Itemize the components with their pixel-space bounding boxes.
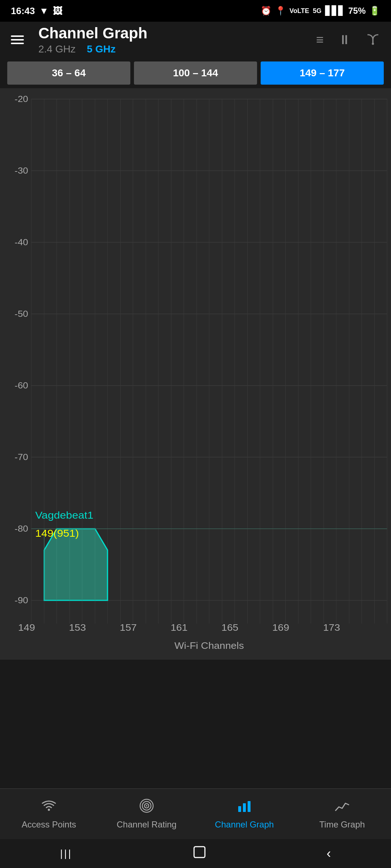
- line-chart-nav-icon: [335, 798, 350, 817]
- svg-text:-60: -60: [14, 380, 28, 390]
- svg-text:-40: -40: [14, 237, 28, 247]
- wifi-signal-shape: [44, 529, 108, 600]
- volte-icon: VoLTE: [290, 7, 309, 15]
- svg-text:-80: -80: [14, 524, 28, 533]
- target-nav-icon: [139, 798, 154, 817]
- bottom-nav: Access Points Channel Rating Channel Gra…: [0, 788, 391, 839]
- svg-text:161: 161: [171, 622, 188, 633]
- alarm-icon: ⏰: [261, 6, 272, 16]
- svg-text:-70: -70: [14, 452, 28, 462]
- svg-text:149: 149: [18, 622, 35, 633]
- channel-tab-149-177[interactable]: 149 – 177: [261, 61, 384, 85]
- channel-tab-100-144[interactable]: 100 – 144: [134, 61, 257, 85]
- nav-channel-graph[interactable]: Channel Graph: [196, 795, 293, 833]
- battery-icon: 🔋: [369, 6, 380, 16]
- nav-channel-graph-label: Channel Graph: [215, 820, 274, 830]
- channel-tab-36-64[interactable]: 36 – 64: [7, 61, 130, 85]
- battery: 75%: [348, 6, 366, 16]
- status-left: 16:43 ▼ 🖼: [11, 5, 62, 17]
- svg-point-63: [48, 809, 50, 811]
- chart-container: Signal Strength (dBm) -20 -30 -40 -50 -6…: [0, 88, 391, 660]
- nav-channel-rating[interactable]: Channel Rating: [98, 795, 196, 833]
- svg-point-0: [372, 43, 374, 45]
- signal-icon[interactable]: [366, 31, 380, 49]
- svg-text:153: 153: [69, 622, 86, 633]
- freq-5ghz[interactable]: 5 GHz: [87, 43, 115, 55]
- back-button[interactable]: ‹: [327, 846, 331, 861]
- location-icon: 📍: [275, 6, 286, 16]
- svg-text:-90: -90: [14, 595, 28, 605]
- status-right: ⏰ 📍 VoLTE 5G ▋▋▋ 75% 🔋: [261, 6, 380, 16]
- nav-access-points-label: Access Points: [22, 820, 76, 830]
- 5g-icon: 5G: [313, 7, 321, 15]
- pause-icon[interactable]: ⏸: [338, 32, 351, 47]
- toolbar-icons: ≡ ⏸: [316, 31, 380, 49]
- svg-text:Wi-Fi Channels: Wi-Fi Channels: [175, 641, 244, 651]
- status-bar: 16:43 ▼ 🖼 ⏰ 📍 VoLTE 5G ▋▋▋ 75% 🔋: [0, 0, 391, 22]
- chart-svg: Vagdebeat1 149(951) 149 153 157 161 165 …: [0, 88, 391, 660]
- svg-rect-70: [248, 801, 251, 812]
- svg-text:149(951): 149(951): [35, 528, 79, 539]
- svg-text:-30: -30: [14, 166, 28, 175]
- freq-2-4ghz[interactable]: 2.4 GHz: [38, 43, 76, 55]
- menu-button[interactable]: [11, 35, 24, 44]
- svg-rect-69: [243, 803, 246, 812]
- channel-tabs: 36 – 64 100 – 144 149 – 177: [0, 58, 391, 88]
- nav-channel-rating-label: Channel Rating: [117, 820, 176, 830]
- toolbar: Channel Graph 2.4 GHz 5 GHz ≡ ⏸: [0, 22, 391, 58]
- nav-time-graph[interactable]: Time Graph: [293, 795, 391, 833]
- svg-point-67: [146, 805, 147, 807]
- svg-text:Vagdebeat1: Vagdebeat1: [35, 510, 93, 521]
- home-button[interactable]: [193, 845, 206, 862]
- frequency-selector: 2.4 GHz 5 GHz: [38, 43, 309, 55]
- system-nav-bar: ||| ‹: [0, 839, 391, 868]
- svg-rect-71: [194, 847, 205, 858]
- wifi-icon: ▼: [39, 5, 49, 17]
- nav-access-points[interactable]: Access Points: [0, 795, 98, 833]
- svg-text:169: 169: [272, 622, 289, 633]
- toolbar-title-area: Channel Graph 2.4 GHz 5 GHz: [38, 25, 309, 55]
- signal-bars: ▋▋▋: [325, 6, 345, 16]
- nav-time-graph-label: Time Graph: [319, 820, 365, 830]
- svg-text:165: 165: [222, 622, 239, 633]
- page-title: Channel Graph: [38, 25, 309, 42]
- svg-text:157: 157: [120, 622, 137, 633]
- filter-icon[interactable]: ≡: [316, 32, 324, 47]
- image-icon: 🖼: [53, 5, 62, 17]
- svg-rect-68: [238, 806, 241, 812]
- wifi-nav-icon: [41, 798, 56, 817]
- recent-apps-button[interactable]: |||: [60, 848, 72, 859]
- svg-text:173: 173: [323, 622, 340, 633]
- time: 16:43: [11, 5, 35, 17]
- svg-text:-20: -20: [14, 94, 28, 104]
- svg-text:-50: -50: [14, 309, 28, 319]
- bar-chart-nav-icon: [237, 798, 252, 817]
